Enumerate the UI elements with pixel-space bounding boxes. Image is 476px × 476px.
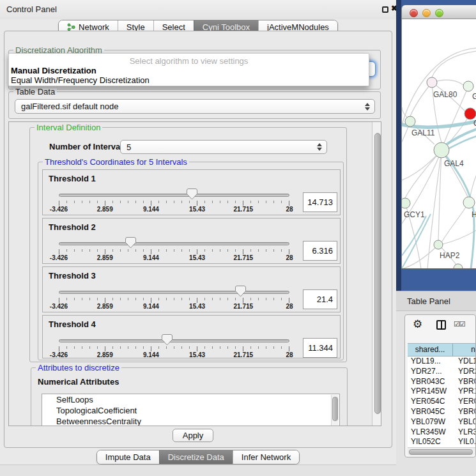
table-row[interactable]: YIL052CYIL0... [408, 437, 476, 447]
apply-button[interactable]: Apply [173, 429, 213, 442]
threshold-1-slider-thumb[interactable] [187, 188, 197, 200]
table-row[interactable]: YPR145WYPR1... [408, 387, 476, 397]
slider-major-ticks [59, 298, 290, 303]
threshold-3-label: Threshold 3 [49, 271, 96, 280]
bottom-tab-group: Impute Data Discretize Data Infer Networ… [96, 450, 300, 464]
list-item-betweennesscentrality[interactable]: BetweennessCentrality [42, 416, 339, 426]
slider-major-ticks [59, 201, 290, 206]
threshold-1-slider-track[interactable] [59, 194, 289, 197]
scale-tick-label: 15.43 [189, 351, 205, 358]
node-gal80[interactable] [427, 77, 437, 88]
node-hap2[interactable] [434, 240, 443, 249]
cell: YDL19... [408, 357, 453, 367]
table-panel-title: Table Panel [407, 296, 450, 306]
table-row[interactable]: YBR045CYBR0... [408, 407, 476, 417]
scale-tick-label: 15.43 [189, 206, 205, 213]
zoom-traffic-light-icon[interactable] [435, 9, 443, 17]
scale-tick-label: 9.144 [143, 254, 159, 261]
settings-scrollbar-track[interactable] [372, 122, 381, 426]
bottom-tab-bar: Impute Data Discretize Data Infer Networ… [0, 450, 396, 464]
float-window-icon[interactable] [382, 6, 388, 13]
list-item-selfloops[interactable]: SelfLoops [42, 394, 339, 405]
cell: YLR3... [453, 427, 476, 438]
scale-tick-label: -3.426 [50, 303, 68, 310]
scale-tick-label: 15.43 [189, 254, 205, 261]
horizontal-scrollbar-thumb[interactable] [409, 449, 473, 455]
node-gal4[interactable] [434, 142, 449, 158]
threshold-2-slider-thumb[interactable] [125, 237, 136, 249]
scale-tick-label: -3.426 [50, 254, 68, 261]
gear-icon[interactable]: ⚙ [413, 318, 422, 331]
network-window-titlebar[interactable] [401, 5, 476, 19]
table-data-combobox[interactable]: galFiltered.sif default node [15, 99, 375, 114]
threshold-3-slider-track[interactable] [59, 291, 289, 294]
control-panel-titlebar: Control Panel ✖ [0, 0, 396, 19]
scale-tick-label: 2.859 [97, 303, 113, 310]
threshold-4-slider-thumb[interactable] [162, 334, 173, 346]
table-data-group: Table Data galFiltered.sif default node [8, 91, 381, 119]
checkbox-filter-icons[interactable]: ☑☑ [454, 320, 465, 328]
threshold-1-value-field[interactable] [303, 192, 337, 212]
attributes-group: Attributes to discretize Numerical Attri… [31, 367, 348, 426]
cell: YDR27... [408, 367, 453, 377]
table-row[interactable]: YDL19...YDL1... [408, 357, 476, 367]
threshold-4-value-field[interactable] [303, 338, 337, 358]
scale-tick-label: 21.715 [234, 254, 254, 261]
tab-impute-data[interactable]: Impute Data [97, 450, 159, 464]
popup-item-equal-width-frequency[interactable]: Equal Width/Frequency Discretization [11, 75, 150, 85]
node-gcy1[interactable] [402, 198, 410, 208]
table-row[interactable]: YBR043CYBR0... [408, 377, 476, 387]
attributes-legend: Attributes to discretize [36, 363, 121, 372]
cell: YER0... [453, 397, 476, 407]
node-selected-red[interactable] [464, 108, 476, 119]
node-gal11[interactable] [405, 116, 415, 127]
slider-scale: -3.426 2.859 9.144 15.43 21.715 28 [59, 303, 289, 311]
slider-major-ticks [59, 249, 290, 254]
label-hap2: HAP2 [440, 251, 460, 260]
list-scrollbar-thumb[interactable] [332, 397, 338, 421]
cell: YPR145W [408, 387, 453, 397]
number-of-intervals-combobox[interactable]: 5 [120, 140, 327, 154]
threshold-2-slider-track[interactable] [59, 242, 289, 245]
tab-discretize-label: Discretize Data [168, 452, 224, 462]
tab-discretize-data[interactable]: Discretize Data [159, 450, 233, 464]
list-scrollbar-track[interactable] [331, 395, 339, 426]
table-row[interactable]: YDR27...YDR2... [408, 367, 476, 377]
column-header-shared-name[interactable]: shared... [408, 344, 453, 356]
node-h[interactable] [463, 197, 475, 208]
threshold-3-slider-thumb[interactable] [235, 286, 246, 297]
table-row[interactable]: YBL079WYBL0... [408, 417, 476, 427]
tab-infer-network[interactable]: Infer Network [233, 450, 299, 464]
close-traffic-light-icon[interactable] [410, 9, 418, 17]
threshold-2-value-field[interactable] [303, 241, 337, 261]
scale-tick-label: 9.144 [143, 206, 159, 213]
threshold-4-label: Threshold 4 [49, 319, 96, 329]
node-partial-top[interactable] [463, 81, 473, 91]
table-row[interactable]: YER054CYER0... [408, 397, 476, 407]
network-canvas[interactable]: GAL80 GA C GAL11 GAL4 GCY1 H HAP2 [401, 19, 476, 269]
minimize-traffic-light-icon[interactable] [422, 9, 431, 17]
scale-tick-label: 9.144 [143, 351, 159, 358]
numerical-attributes-list: SelfLoops TopologicalCoefficient Between… [42, 394, 340, 426]
scale-tick-label: 21.715 [234, 351, 254, 358]
scale-tick-label: 28 [286, 254, 293, 261]
combo-stepper-icon [317, 143, 322, 151]
horizontal-scrollbar-track[interactable] [408, 447, 476, 455]
column-header-name[interactable]: n [453, 344, 476, 356]
table-row[interactable]: YLR345WYLR3... [408, 427, 476, 438]
numerical-attributes-label: Numerical Attributes [38, 377, 119, 387]
threshold-3-value-field[interactable] [303, 289, 337, 309]
popup-item-manual-discretization[interactable]: Manual Discretization [11, 66, 96, 75]
list-item-topologicalcoefficient[interactable]: TopologicalCoefficient [42, 405, 339, 416]
threshold-4-slider-track[interactable] [59, 339, 289, 342]
cell: YIL0... [453, 437, 476, 447]
settings-scrollbar-thumb[interactable] [374, 133, 381, 414]
window-frame-edge [396, 0, 401, 291]
thresholds-legend: Threshold's Coordinates for 5 Intervals [43, 157, 189, 167]
scale-tick-label: -3.426 [50, 351, 68, 358]
cell: YBR0... [453, 407, 476, 417]
threshold-4-box: Threshold 4 -3.426 2.859 9.144 15.43 21.… [42, 315, 341, 358]
node-partial-bottom[interactable] [454, 264, 463, 269]
column-layout-icon[interactable] [436, 320, 446, 330]
tab-impute-label: Impute Data [105, 452, 151, 462]
